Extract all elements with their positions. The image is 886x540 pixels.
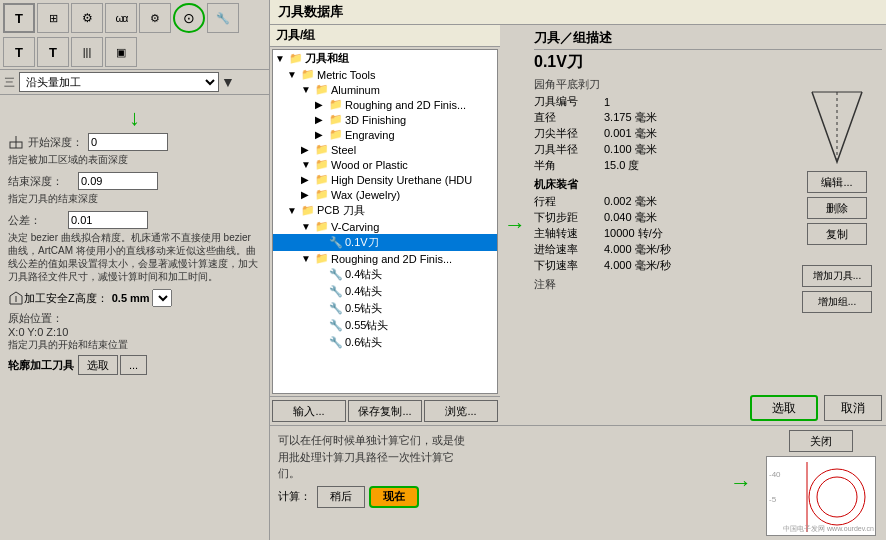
- import-btn[interactable]: 输入...: [272, 400, 346, 422]
- origin-desc: 指定刀具的开始和结束位置: [8, 338, 261, 351]
- svg-text:-40: -40: [769, 470, 781, 479]
- folder-icon-11: 📁: [315, 220, 329, 233]
- tree-label-11: V-Carving: [331, 221, 379, 233]
- tool-btn-2[interactable]: ⊞: [37, 3, 69, 33]
- tree-label-2: Aluminum: [331, 84, 380, 96]
- detail-row-diam: 直径 3.175 毫米: [534, 110, 792, 125]
- tree-item-1[interactable]: ▼ 📁 Metric Tools: [273, 67, 497, 82]
- cancel-btn[interactable]: 取消: [824, 395, 882, 421]
- feed-label: 进给速率: [534, 242, 604, 257]
- bottom-right-panel: 关闭 -40 -5 中国电子发网 www.ourdev.cn: [756, 426, 886, 540]
- expand-1: ▼: [287, 69, 299, 80]
- expand-3: ▶: [315, 99, 327, 110]
- detail-title: 刀具／组描述: [534, 29, 882, 50]
- tool-btn-8[interactable]: T: [37, 37, 69, 67]
- bottom-left-text: 可以在任何时候单独计算它们，或是使 用批处理计算刀具路径一次性计算它 们。 计算…: [270, 426, 726, 540]
- tree-item-9[interactable]: ▶ 📁 Wax (Jewelry): [273, 187, 497, 202]
- tree-item-16[interactable]: 🔧 0.5钻头: [273, 300, 497, 317]
- tool-icon-17: 🔧: [329, 319, 343, 332]
- add-group-btn[interactable]: 增加组...: [802, 291, 872, 313]
- tool-icon-18: 🔧: [329, 336, 343, 349]
- tree-label-18: 0.6钻头: [345, 335, 382, 350]
- tool-btn-7[interactable]: T: [3, 37, 35, 67]
- tree-item-17[interactable]: 🔧 0.55钻头: [273, 317, 497, 334]
- tree-item-12[interactable]: 🔧 0.1V刀: [273, 234, 497, 251]
- tool-btn-5[interactable]: ⚙: [139, 3, 171, 33]
- tree-item-18[interactable]: 🔧 0.6钻头: [273, 334, 497, 351]
- pass-label: 行程: [534, 194, 604, 209]
- watermark: 中国电子发网 www.ourdev.cn: [783, 524, 874, 534]
- plunge-val: 4.000 毫米/秒: [604, 258, 671, 273]
- tree-item-8[interactable]: ▶ 📁 High Density Urethane (HDU: [273, 172, 497, 187]
- calc-label: 计算：: [278, 489, 311, 504]
- tool-icon-15: 🔧: [329, 285, 343, 298]
- plunge-label: 下切速率: [534, 258, 604, 273]
- select-cancel-row: 选取 取消: [534, 391, 882, 421]
- start-depth-input[interactable]: [88, 133, 168, 151]
- folder-icon-1: 📁: [301, 68, 315, 81]
- note-label: 注释: [534, 277, 792, 292]
- save-copy-btn[interactable]: 保存复制...: [348, 400, 422, 422]
- tool-btn-9[interactable]: |||: [71, 37, 103, 67]
- tree-item-13[interactable]: ▼ 📁 Roughing and 2D Finis...: [273, 251, 497, 266]
- tree-label-17: 0.55钻头: [345, 318, 388, 333]
- safe-height-label: 加工安全Z高度：: [24, 291, 108, 306]
- start-depth-group: 开始深度： 指定被加工区域的表面深度: [8, 133, 261, 166]
- delete-btn[interactable]: 删除: [807, 197, 867, 219]
- tool-btn-3[interactable]: ⚙: [71, 3, 103, 33]
- later-btn[interactable]: 稍后: [317, 486, 365, 508]
- contour-select-btn[interactable]: 选取: [78, 355, 118, 375]
- tree-item-7[interactable]: ▼ 📁 Wood or Plastic: [273, 157, 497, 172]
- tree-label-8: High Density Urethane (HDU: [331, 174, 472, 186]
- expand-10: ▼: [287, 205, 299, 216]
- step-label: 下切步距: [534, 210, 604, 225]
- detail-info: 园角平底剥刀 刀具编号 1 直径 3.175 毫米 刀尖半径 0.001 毫: [534, 77, 792, 313]
- depth-icon: [8, 134, 24, 150]
- tolerance-label: 公差：: [8, 213, 68, 228]
- safe-height-unit-select[interactable]: ▼: [152, 289, 172, 307]
- copy-btn[interactable]: 复制: [807, 223, 867, 245]
- add-tool-btn[interactable]: 增加刀具...: [802, 265, 872, 287]
- tool-db-title: 刀具数据库: [270, 0, 886, 25]
- tool-type-label: 园角平底剥刀: [534, 77, 792, 92]
- tool-btn-circle[interactable]: ⊙: [173, 3, 205, 33]
- tolerance-input[interactable]: [68, 211, 148, 229]
- tree-item-0[interactable]: ▼ 📁 刀具和组: [273, 50, 497, 67]
- tree-item-2[interactable]: ▼ 📁 Aluminum: [273, 82, 497, 97]
- spindle-val: 10000 转/分: [604, 226, 663, 241]
- tree-item-15[interactable]: 🔧 0.4钻头: [273, 283, 497, 300]
- tree-item-4[interactable]: ▶ 📁 3D Finishing: [273, 112, 497, 127]
- tool-btn-1[interactable]: T: [3, 3, 35, 33]
- origin-section: 原始位置： X:0 Y:0 Z:10 指定刀具的开始和结束位置: [8, 311, 261, 351]
- tree-item-14[interactable]: 🔧 0.4钻头: [273, 266, 497, 283]
- tree-item-6[interactable]: ▶ 📁 Steel: [273, 142, 497, 157]
- browse-btn[interactable]: 浏览...: [424, 400, 498, 422]
- tree-item-11[interactable]: ▼ 📁 V-Carving: [273, 219, 497, 234]
- folder-icon-10: 📁: [301, 204, 315, 217]
- edit-btn[interactable]: 编辑...: [807, 171, 867, 193]
- close-btn[interactable]: 关闭: [789, 430, 853, 452]
- contour-more-btn[interactable]: ...: [120, 355, 147, 375]
- bottom-text-3: 们。: [278, 465, 718, 482]
- tool-num-val: 1: [604, 96, 610, 108]
- tool-btn-10[interactable]: ▣: [105, 37, 137, 67]
- contour-row: 轮廓加工刀具 选取 ...: [8, 355, 261, 375]
- tree-label-5: Engraving: [345, 129, 395, 141]
- tree-item-10[interactable]: ▼ 📁 PCB 刀具: [273, 202, 497, 219]
- now-btn[interactable]: 现在: [369, 486, 419, 508]
- process-dropdown[interactable]: 沿头量加工: [19, 72, 219, 92]
- tree-bottom-btns: 输入... 保存复制... 浏览...: [270, 396, 500, 425]
- tool-icon-14: 🔧: [329, 268, 343, 281]
- bottom-text-2: 用批处理计算刀具路径一次性计算它: [278, 449, 718, 466]
- tool-btn-6[interactable]: 🔧: [207, 3, 239, 33]
- tree-item-3[interactable]: ▶ 📁 Roughing and 2D Finis...: [273, 97, 497, 112]
- tree-label-10: PCB 刀具: [317, 203, 365, 218]
- tree-label-6: Steel: [331, 144, 356, 156]
- tool-btn-4[interactable]: ωα: [105, 3, 137, 33]
- expand-0: ▼: [275, 53, 287, 64]
- tree-item-5[interactable]: ▶ 📁 Engraving: [273, 127, 497, 142]
- select-btn[interactable]: 选取: [750, 395, 818, 421]
- step-val: 0.040 毫米: [604, 210, 657, 225]
- arrow-down-1: ↓: [8, 105, 261, 131]
- end-depth-input[interactable]: [78, 172, 158, 190]
